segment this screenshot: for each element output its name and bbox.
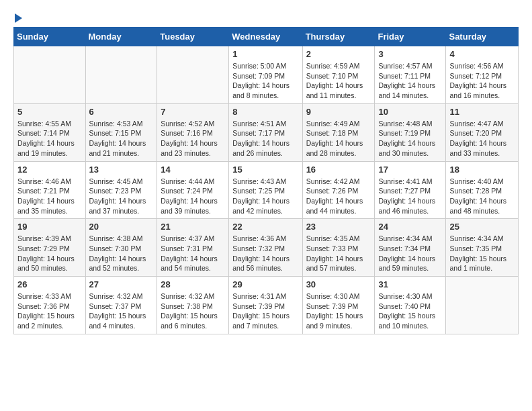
weekday-header-wednesday: Wednesday <box>229 28 302 46</box>
day-info: Sunrise: 4:34 AM Sunset: 7:35 PM Dayligh… <box>449 234 515 273</box>
day-number: 10 <box>378 107 442 117</box>
day-number: 28 <box>161 279 225 289</box>
day-number: 20 <box>89 222 154 232</box>
calendar-day-15: 15Sunrise: 4:43 AM Sunset: 7:25 PM Dayli… <box>229 161 302 219</box>
calendar-day-9: 9Sunrise: 4:49 AM Sunset: 7:18 PM Daylig… <box>302 103 375 161</box>
weekday-header-tuesday: Tuesday <box>157 28 229 46</box>
calendar-day-20: 20Sunrise: 4:38 AM Sunset: 7:30 PM Dayli… <box>85 219 157 277</box>
day-info: Sunrise: 4:39 AM Sunset: 7:29 PM Dayligh… <box>17 234 82 273</box>
day-info: Sunrise: 4:34 AM Sunset: 7:34 PM Dayligh… <box>378 234 442 273</box>
calendar-day-empty <box>157 46 229 104</box>
calendar-week-row: 1Sunrise: 5:00 AM Sunset: 7:09 PM Daylig… <box>14 46 519 104</box>
calendar-day-empty <box>85 46 157 104</box>
calendar-day-26: 26Sunrise: 4:33 AM Sunset: 7:36 PM Dayli… <box>14 277 86 334</box>
day-number: 2 <box>306 49 371 59</box>
calendar-day-empty <box>446 277 519 334</box>
calendar-day-4: 4Sunrise: 4:56 AM Sunset: 7:12 PM Daylig… <box>446 46 519 104</box>
day-info: Sunrise: 4:38 AM Sunset: 7:30 PM Dayligh… <box>89 234 154 273</box>
day-number: 12 <box>17 165 82 175</box>
day-number: 30 <box>306 279 371 289</box>
day-info: Sunrise: 4:35 AM Sunset: 7:33 PM Dayligh… <box>306 234 371 273</box>
day-number: 14 <box>161 165 225 175</box>
calendar-day-25: 25Sunrise: 4:34 AM Sunset: 7:35 PM Dayli… <box>446 219 519 277</box>
logo-arrow-icon <box>15 13 22 23</box>
calendar-week-row: 5Sunrise: 4:55 AM Sunset: 7:14 PM Daylig… <box>14 103 519 161</box>
day-info: Sunrise: 4:31 AM Sunset: 7:39 PM Dayligh… <box>232 291 298 331</box>
calendar-header-row: SundayMondayTuesdayWednesdayThursdayFrid… <box>14 28 519 46</box>
day-number: 5 <box>17 107 82 117</box>
calendar-day-22: 22Sunrise: 4:36 AM Sunset: 7:32 PM Dayli… <box>229 219 302 277</box>
day-info: Sunrise: 4:32 AM Sunset: 7:37 PM Dayligh… <box>89 291 154 331</box>
calendar-day-6: 6Sunrise: 4:53 AM Sunset: 7:15 PM Daylig… <box>85 103 157 161</box>
day-info: Sunrise: 4:36 AM Sunset: 7:32 PM Dayligh… <box>232 234 298 273</box>
day-number: 26 <box>17 279 82 289</box>
day-number: 23 <box>306 222 371 232</box>
day-number: 13 <box>89 165 154 175</box>
day-number: 7 <box>161 107 225 117</box>
day-info: Sunrise: 4:56 AM Sunset: 7:12 PM Dayligh… <box>449 61 515 101</box>
calendar-week-row: 12Sunrise: 4:46 AM Sunset: 7:21 PM Dayli… <box>14 161 519 219</box>
calendar-day-10: 10Sunrise: 4:48 AM Sunset: 7:19 PM Dayli… <box>375 103 446 161</box>
weekday-header-friday: Friday <box>375 28 446 46</box>
day-info: Sunrise: 4:49 AM Sunset: 7:18 PM Dayligh… <box>306 119 371 158</box>
calendar-day-30: 30Sunrise: 4:30 AM Sunset: 7:39 PM Dayli… <box>302 277 375 334</box>
day-info: Sunrise: 4:33 AM Sunset: 7:36 PM Dayligh… <box>17 291 82 331</box>
day-number: 25 <box>449 222 515 232</box>
day-info: Sunrise: 4:30 AM Sunset: 7:40 PM Dayligh… <box>378 291 442 331</box>
calendar-day-12: 12Sunrise: 4:46 AM Sunset: 7:21 PM Dayli… <box>14 161 86 219</box>
calendar-day-8: 8Sunrise: 4:51 AM Sunset: 7:17 PM Daylig… <box>229 103 302 161</box>
day-info: Sunrise: 4:46 AM Sunset: 7:21 PM Dayligh… <box>17 177 82 216</box>
day-info: Sunrise: 4:51 AM Sunset: 7:17 PM Dayligh… <box>232 119 298 158</box>
day-number: 9 <box>306 107 371 117</box>
calendar-day-11: 11Sunrise: 4:47 AM Sunset: 7:20 PM Dayli… <box>446 103 519 161</box>
calendar-day-18: 18Sunrise: 4:40 AM Sunset: 7:28 PM Dayli… <box>446 161 519 219</box>
day-number: 19 <box>17 222 82 232</box>
weekday-header-sunday: Sunday <box>14 28 86 46</box>
day-info: Sunrise: 4:48 AM Sunset: 7:19 PM Dayligh… <box>378 119 442 158</box>
day-number: 24 <box>378 222 442 232</box>
calendar-week-row: 19Sunrise: 4:39 AM Sunset: 7:29 PM Dayli… <box>14 219 519 277</box>
calendar-day-5: 5Sunrise: 4:55 AM Sunset: 7:14 PM Daylig… <box>14 103 86 161</box>
day-info: Sunrise: 4:32 AM Sunset: 7:38 PM Dayligh… <box>161 291 225 331</box>
calendar-day-14: 14Sunrise: 4:44 AM Sunset: 7:24 PM Dayli… <box>157 161 229 219</box>
day-info: Sunrise: 5:00 AM Sunset: 7:09 PM Dayligh… <box>232 61 298 101</box>
day-number: 18 <box>449 165 515 175</box>
day-number: 4 <box>449 49 515 59</box>
weekday-header-monday: Monday <box>85 28 157 46</box>
calendar-day-27: 27Sunrise: 4:32 AM Sunset: 7:37 PM Dayli… <box>85 277 157 334</box>
day-info: Sunrise: 4:45 AM Sunset: 7:23 PM Dayligh… <box>89 177 154 216</box>
calendar-day-29: 29Sunrise: 4:31 AM Sunset: 7:39 PM Dayli… <box>229 277 302 334</box>
calendar-day-2: 2Sunrise: 4:59 AM Sunset: 7:10 PM Daylig… <box>302 46 375 104</box>
day-info: Sunrise: 4:37 AM Sunset: 7:31 PM Dayligh… <box>161 234 225 273</box>
day-number: 22 <box>232 222 298 232</box>
calendar-day-17: 17Sunrise: 4:41 AM Sunset: 7:27 PM Dayli… <box>375 161 446 219</box>
day-info: Sunrise: 4:55 AM Sunset: 7:14 PM Dayligh… <box>17 119 82 158</box>
calendar-day-16: 16Sunrise: 4:42 AM Sunset: 7:26 PM Dayli… <box>302 161 375 219</box>
day-number: 17 <box>378 165 442 175</box>
day-info: Sunrise: 4:59 AM Sunset: 7:10 PM Dayligh… <box>306 61 371 101</box>
calendar-day-21: 21Sunrise: 4:37 AM Sunset: 7:31 PM Dayli… <box>157 219 229 277</box>
day-number: 31 <box>378 279 442 289</box>
calendar-table: SundayMondayTuesdayWednesdayThursdayFrid… <box>13 27 519 334</box>
day-number: 11 <box>449 107 515 117</box>
day-number: 3 <box>378 49 442 59</box>
day-number: 16 <box>306 165 371 175</box>
day-info: Sunrise: 4:40 AM Sunset: 7:28 PM Dayligh… <box>449 177 515 216</box>
weekday-header-saturday: Saturday <box>446 28 519 46</box>
day-info: Sunrise: 4:30 AM Sunset: 7:39 PM Dayligh… <box>306 291 371 331</box>
page-header <box>13 13 519 20</box>
logo <box>13 13 24 20</box>
day-number: 29 <box>232 279 298 289</box>
day-info: Sunrise: 4:52 AM Sunset: 7:16 PM Dayligh… <box>161 119 225 158</box>
day-number: 15 <box>232 165 298 175</box>
weekday-header-thursday: Thursday <box>302 28 375 46</box>
day-number: 1 <box>232 49 298 59</box>
calendar-day-3: 3Sunrise: 4:57 AM Sunset: 7:11 PM Daylig… <box>375 46 446 104</box>
calendar-day-19: 19Sunrise: 4:39 AM Sunset: 7:29 PM Dayli… <box>14 219 86 277</box>
calendar-day-24: 24Sunrise: 4:34 AM Sunset: 7:34 PM Dayli… <box>375 219 446 277</box>
calendar-day-31: 31Sunrise: 4:30 AM Sunset: 7:40 PM Dayli… <box>375 277 446 334</box>
day-number: 21 <box>161 222 225 232</box>
day-info: Sunrise: 4:53 AM Sunset: 7:15 PM Dayligh… <box>89 119 154 158</box>
calendar-day-28: 28Sunrise: 4:32 AM Sunset: 7:38 PM Dayli… <box>157 277 229 334</box>
day-number: 6 <box>89 107 154 117</box>
